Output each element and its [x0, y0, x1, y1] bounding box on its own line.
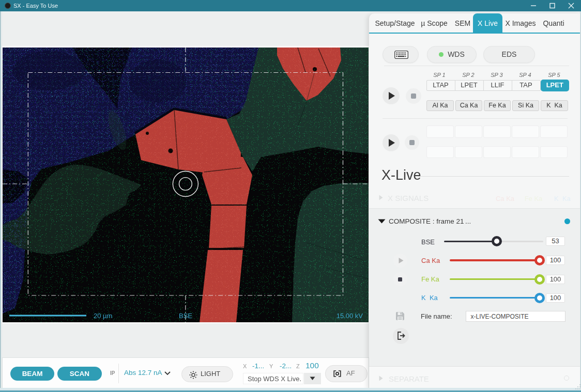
svg-text:15.00 kV: 15.00 kV — [337, 312, 363, 320]
svg-text:BSE: BSE — [179, 312, 192, 320]
svg-text:20 µm: 20 µm — [94, 312, 112, 320]
